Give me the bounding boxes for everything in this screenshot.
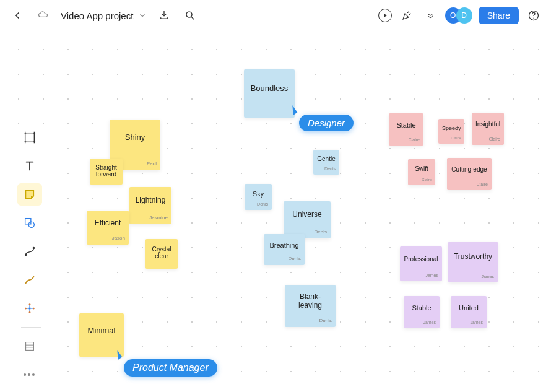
collapse-icon[interactable]	[422, 7, 439, 24]
note-professional[interactable]: ProfessionalJames	[400, 246, 442, 281]
tool-sticky-note[interactable]	[17, 183, 42, 206]
svg-rect-2	[25, 133, 35, 142]
cursor-pm: Product Manager	[124, 359, 217, 377]
note-breathing[interactable]: BreathingDenis	[264, 234, 305, 265]
cursor-designer: Designer	[299, 115, 354, 131]
note-label: Efficient	[95, 219, 121, 227]
note-stable1[interactable]: StableClaire	[389, 113, 423, 146]
tool-mindmap[interactable]	[17, 297, 42, 320]
note-gentle[interactable]: GentleDenis	[313, 150, 339, 175]
note-united[interactable]: UnitedJames	[451, 296, 487, 328]
svg-rect-3	[25, 219, 31, 224]
tool-frame[interactable]	[17, 126, 42, 149]
share-button[interactable]: Share	[479, 7, 519, 24]
note-efficient[interactable]: EfficientJason	[87, 211, 129, 245]
note-label: Breathing	[269, 242, 298, 249]
note-label: Boundless	[251, 84, 289, 93]
note-label: Shiny	[125, 133, 145, 142]
note-author: Denis	[267, 256, 301, 261]
svg-point-6	[33, 247, 35, 250]
note-boundless[interactable]: Boundless	[244, 69, 295, 118]
svg-point-7	[28, 307, 31, 310]
note-author: Claire	[451, 182, 488, 186]
note-label: Professional	[404, 256, 438, 263]
back-button[interactable]	[9, 7, 26, 24]
note-universe[interactable]: UniverseDenis	[284, 201, 331, 238]
tool-more[interactable]: •••	[17, 364, 42, 386]
svg-point-5	[25, 254, 27, 256]
canvas[interactable]: ••• ShinyPaul Straight forward Lightning…	[0, 31, 551, 392]
note-author: Claire	[475, 137, 500, 141]
svg-point-9	[29, 311, 31, 313]
note-author: Claire	[412, 178, 432, 181]
header-right: O D Share	[378, 7, 542, 24]
toolbar-divider	[21, 327, 41, 328]
more-dots-icon: •••	[24, 370, 37, 380]
cursor-label: Designer	[299, 115, 354, 131]
note-sky[interactable]: SkyDenis	[245, 184, 272, 210]
project-title[interactable]: Video App project	[61, 11, 147, 21]
note-author: Denis	[248, 202, 268, 206]
note-label: Stable	[412, 304, 431, 311]
note-label: Stable	[396, 121, 415, 129]
svg-point-4	[28, 222, 34, 227]
note-label: Insightful	[475, 121, 500, 128]
svg-point-10	[25, 308, 27, 310]
note-author: James	[407, 320, 436, 324]
tool-pen[interactable]	[17, 269, 42, 291]
note-label: Universe	[292, 210, 321, 219]
svg-point-8	[29, 303, 31, 305]
note-label: Speedy	[442, 125, 461, 131]
note-label: Gentle	[317, 155, 335, 162]
note-author: Claire	[393, 137, 420, 142]
note-author: Jason	[90, 235, 125, 241]
note-label: Blank-leaving	[289, 292, 332, 310]
svg-point-11	[33, 308, 35, 310]
note-label: Swift	[415, 165, 428, 172]
note-insightful[interactable]: InsightfulClaire	[472, 113, 504, 145]
header-bar: Video App project O D Share	[0, 0, 551, 31]
note-label: Straight forward	[93, 164, 119, 178]
tool-connector[interactable]	[17, 240, 42, 263]
note-author: Denis	[317, 167, 336, 171]
note-blank[interactable]: Blank-leavingDenis	[285, 285, 336, 327]
tool-text[interactable]	[17, 155, 42, 177]
note-author: James	[454, 320, 483, 324]
note-stable2[interactable]: StableJames	[404, 296, 440, 328]
note-crystal[interactable]: Crystal clear	[145, 239, 178, 269]
note-author: Jasmine	[133, 215, 168, 220]
download-button[interactable]	[155, 7, 173, 24]
note-label: Crystal clear	[149, 246, 174, 259]
tool-template[interactable]	[17, 335, 42, 357]
note-author: James	[452, 274, 494, 279]
note-trustworthy[interactable]: TrustworthyJames	[448, 242, 498, 282]
cloud-icon	[35, 7, 52, 24]
header-left: Video App project	[9, 7, 199, 24]
chevron-down-icon	[138, 11, 147, 20]
svg-rect-12	[26, 342, 34, 351]
svg-point-0	[186, 12, 192, 17]
note-straight[interactable]: Straight forward	[90, 159, 123, 185]
note-swift[interactable]: SwiftClaire	[408, 159, 435, 185]
note-label: Cutting-edge	[451, 166, 487, 173]
note-label: Minimal	[88, 326, 116, 335]
note-author: James	[404, 273, 438, 277]
left-toolbar: •••	[17, 123, 45, 390]
confetti-icon[interactable]	[398, 7, 415, 24]
note-cutting[interactable]: Cutting-edgeClaire	[447, 158, 492, 190]
note-label: Lightning	[136, 196, 166, 204]
search-button[interactable]	[181, 7, 199, 24]
tool-shape[interactable]	[17, 212, 42, 234]
note-speedy[interactable]: SpeedyClaire	[438, 119, 464, 144]
note-author: Denis	[289, 318, 332, 323]
cursor-label: Product Manager	[124, 359, 217, 377]
help-button[interactable]	[525, 7, 542, 24]
note-author: Claire	[442, 136, 461, 140]
play-button[interactable]	[378, 9, 392, 22]
note-label: Trustworthy	[454, 252, 492, 261]
project-title-text: Video App project	[61, 11, 133, 21]
note-lightning[interactable]: LightningJasmine	[129, 187, 171, 224]
avatar-d: D	[456, 7, 472, 24]
avatar-stack[interactable]: O D	[445, 7, 472, 24]
note-label: Sky	[253, 190, 264, 198]
